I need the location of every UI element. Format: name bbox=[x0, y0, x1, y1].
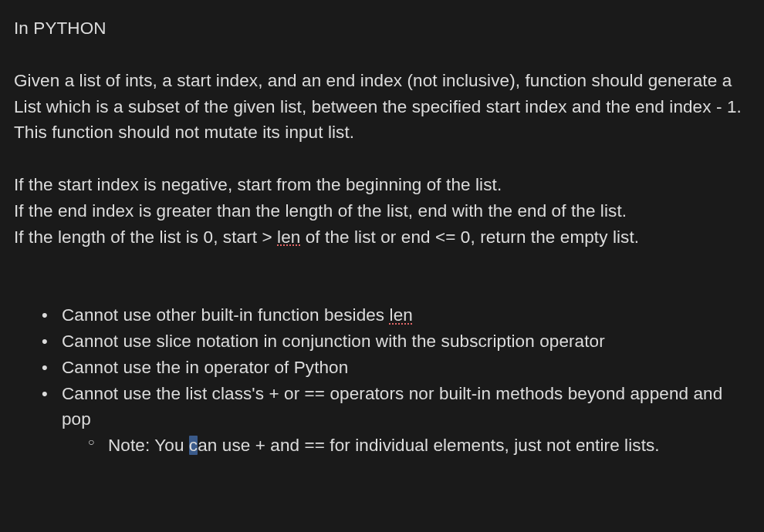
bullet-4-text: Cannot use the list class's + or == oper… bbox=[62, 384, 722, 429]
para2-line1: If the start index is negative, start fr… bbox=[14, 172, 750, 198]
heading: In PYTHON bbox=[14, 15, 750, 42]
paragraph-2: If the start index is negative, start fr… bbox=[14, 172, 750, 250]
sub-post: an use + and == for individual elements,… bbox=[198, 436, 660, 455]
para2-line2: If the end index is greater than the len… bbox=[14, 198, 750, 224]
spell-error-len-1: len bbox=[277, 227, 300, 247]
bullet-2: Cannot use slice notation in conjunction… bbox=[46, 328, 750, 355]
bullet-4: Cannot use the list class's + or == oper… bbox=[46, 381, 750, 459]
sub-pre: Note: You bbox=[108, 436, 189, 455]
text-selection: c bbox=[189, 436, 198, 455]
para2-line3-pre: If the length of the list is 0, start > bbox=[14, 227, 277, 247]
bullet-1-pre: Cannot use other built-in function besid… bbox=[62, 305, 390, 325]
bullet-1: Cannot use other built-in function besid… bbox=[46, 302, 750, 328]
bullet-3: Cannot use the in operator of Python bbox=[46, 355, 750, 381]
para2-line3-post: of the list or end <= 0, return the empt… bbox=[300, 227, 639, 247]
constraints-list: Cannot use other built-in function besid… bbox=[14, 302, 750, 459]
spell-error-len-2: len bbox=[390, 305, 413, 325]
sub-bullet-1: Note: You can use + and == for individua… bbox=[93, 433, 750, 459]
para2-line3: If the length of the list is 0, start > … bbox=[14, 224, 750, 251]
sub-list: Note: You can use + and == for individua… bbox=[62, 433, 750, 459]
paragraph-1: Given a list of ints, a start index, and… bbox=[14, 68, 750, 146]
